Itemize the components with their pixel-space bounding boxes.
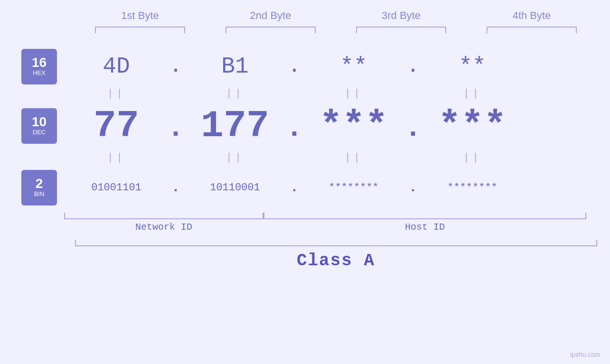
bin-row: 01001101 . 10110001 . ******** . *******… <box>64 166 586 209</box>
network-id-label: Network ID <box>64 222 263 233</box>
dec-byte2: 177 <box>183 104 287 148</box>
network-id-bracket <box>64 213 263 219</box>
class-label: Class A <box>75 251 597 271</box>
dec-dot1: . <box>169 112 183 144</box>
bin-byte1: 01001101 <box>64 182 169 194</box>
dec-byte4: *** <box>420 104 525 148</box>
bin-badge: 2 BIN <box>21 170 57 205</box>
byte3-header: 3rd Byte <box>349 9 453 22</box>
host-id-label: Host ID <box>263 222 586 233</box>
eq1-b4: || <box>420 88 525 100</box>
eq-row-1: || || || || <box>64 85 586 102</box>
dec-badge: 10 DEC <box>21 108 57 144</box>
ip-grid: 4D . B1 . ** . ** || || || || 77 <box>64 43 610 233</box>
eq1-b3: || <box>301 88 406 100</box>
byte1-header: 1st Byte <box>88 9 192 22</box>
hex-byte1: 4D <box>64 54 169 79</box>
dec-row: 77 . 177 . *** . *** <box>64 102 586 149</box>
dec-byte3: *** <box>301 104 406 148</box>
eq2-b2: || <box>183 152 287 164</box>
bin-byte2: 10110001 <box>183 182 287 194</box>
byte-headers-row: 1st Byte 2nd Byte 3rd Byte 4th Byte <box>75 9 597 22</box>
bottom-brackets-row <box>64 213 586 219</box>
bin-byte4: ******** <box>420 182 525 194</box>
hex-byte2: B1 <box>183 54 287 79</box>
dec-dot2: . <box>287 112 301 144</box>
hex-byte4: ** <box>420 54 525 79</box>
main-container: 1st Byte 2nd Byte 3rd Byte 4th Byte 16 H… <box>0 0 610 364</box>
watermark: ipshu.com <box>570 351 601 358</box>
bin-dot1: . <box>169 179 183 196</box>
byte2-header: 2nd Byte <box>218 9 323 22</box>
dec-byte1: 77 <box>64 104 169 148</box>
dec-dot3: . <box>406 112 420 144</box>
eq1-b1: || <box>64 88 169 100</box>
bracket-byte4 <box>487 27 577 33</box>
bin-byte3: ******** <box>301 182 406 194</box>
bin-dot3: . <box>406 179 420 196</box>
byte4-header: 4th Byte <box>479 9 584 22</box>
host-id-bracket <box>263 213 586 219</box>
bracket-byte3 <box>356 27 446 33</box>
id-labels-row: Network ID Host ID <box>64 222 586 233</box>
class-bracket-section: Class A <box>75 240 597 271</box>
eq1-b2: || <box>183 88 287 100</box>
hex-dot2: . <box>287 56 301 77</box>
bracket-byte1 <box>95 27 185 33</box>
hex-row: 4D . B1 . ** . ** <box>64 47 586 85</box>
class-bracket <box>75 240 597 246</box>
hex-dot1: . <box>169 56 183 77</box>
bracket-byte2 <box>225 27 316 33</box>
eq2-b1: || <box>64 152 169 164</box>
base-labels-column: 16 HEX 10 DEC 2 BIN <box>0 47 57 233</box>
eq2-b3: || <box>301 152 406 164</box>
hex-badge: 16 HEX <box>21 49 57 84</box>
bin-dot2: . <box>287 179 301 196</box>
eq-row-2: || || || || <box>64 149 586 166</box>
eq2-b4: || <box>420 152 525 164</box>
hex-byte3: ** <box>301 54 406 79</box>
hex-dot3: . <box>406 56 420 77</box>
top-brackets <box>75 27 597 33</box>
